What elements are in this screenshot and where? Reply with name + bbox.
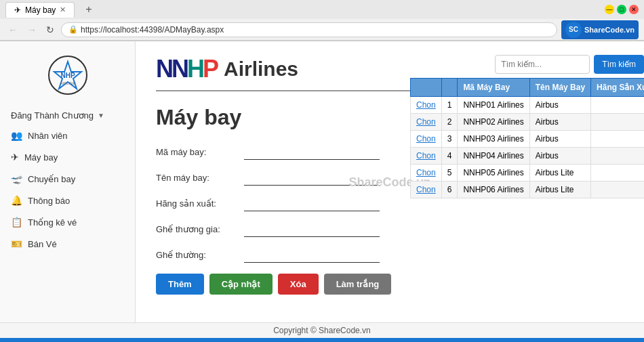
col-ma: Mã Máy Bay [458, 79, 529, 97]
maximize-button[interactable]: □ [617, 5, 626, 14]
ma-may-bay-input[interactable] [244, 144, 380, 160]
row-ma: NNHP02 Airlines [458, 114, 529, 131]
new-tab-button[interactable]: + [80, 1, 97, 18]
col-id [441, 79, 458, 97]
planes-table: Mã Máy Bay Tên Máy Bay Hãng Sản Xuất Ghế… [410, 78, 644, 198]
row-ten: Airbus [529, 114, 590, 131]
svg-text:NHP: NHP [60, 72, 75, 79]
ghe-thuong-row: Ghế thường: [156, 247, 624, 263]
svg-text:AIRLINE: AIRLINE [60, 81, 75, 85]
copyright-bar: Copyright © ShareCode.vn [0, 322, 644, 338]
tab-title: Máy bay [25, 5, 56, 15]
url-box[interactable]: 🔒 https://localhost:44398/ADMayBay.aspx [61, 22, 557, 37]
main-layout: NHP AIRLINE Đăng Thành Chương ▼ 👥 Nhân v… [0, 41, 644, 322]
chon-link[interactable]: Chon [416, 117, 436, 127]
sidebar-item-ban-ve[interactable]: 🎫 Bán Vé [0, 233, 135, 255]
copyright-text: Copyright © ShareCode.vn [273, 326, 371, 335]
browser-tab[interactable]: ✈ Máy bay ✕ [5, 2, 75, 18]
sidebar-label-nhan-vien: Nhân viên [28, 131, 68, 141]
row-hang [591, 165, 644, 181]
plane-icon: ✈ [11, 152, 19, 163]
table-row: Chon 6 NNHP06 Airlines Airbus Lite 50 [411, 181, 645, 198]
row-ma: NNHP04 Airlines [458, 148, 529, 165]
them-button[interactable]: Thêm [156, 274, 204, 295]
user-label: Đăng Thành Chương [11, 110, 94, 121]
ten-may-bay-input[interactable] [244, 169, 380, 186]
table-row: Chon 3 NNHP03 Airlines Airbus 60 [411, 131, 645, 148]
sidebar-logo: NHP AIRLINE [0, 48, 135, 106]
col-chon [411, 79, 442, 97]
browser-icons: SC ShareCode.vn [561, 20, 639, 39]
search-row: Tìm kiếm [410, 55, 644, 74]
title-bar: ✈ Máy bay ✕ + — □ ✕ [0, 0, 644, 19]
chon-link[interactable]: Chon [416, 185, 436, 194]
action-buttons: Thêm Cập nhật Xóa Làm trắng [156, 274, 624, 295]
row-id: 2 [441, 114, 458, 131]
chon-link[interactable]: Chon [416, 100, 436, 110]
row-ten: Airbus [529, 148, 590, 165]
ten-may-bay-label: Tên máy bay: [156, 173, 244, 183]
search-input[interactable] [495, 55, 590, 74]
ma-may-bay-label: Mã máy bay: [156, 147, 244, 157]
hang-san-xuat-label: Hãng sản xuất: [156, 198, 244, 209]
report-icon: 📋 [11, 217, 22, 228]
table-row: Chon 5 NNHP05 Airlines Airbus Lite 47 [411, 165, 645, 181]
sidebar-item-nhan-vien[interactable]: 👥 Nhân viên [0, 125, 135, 146]
sidebar-label-ban-ve: Bán Vé [28, 239, 57, 249]
chon-link[interactable]: Chon [416, 134, 436, 144]
address-bar: ← → ↻ 🔒 https://localhost:44398/ADMayBay… [0, 19, 644, 41]
sidebar-label-thong-bao: Thông báo [28, 196, 70, 206]
chon-link-cell[interactable]: Chon [411, 165, 442, 181]
row-ma: NNHP05 Airlines [458, 165, 529, 181]
row-hang [591, 97, 644, 114]
sidebar-item-may-bay[interactable]: ✈ Máy bay [0, 146, 135, 168]
xoa-button[interactable]: Xóa [278, 274, 319, 295]
hang-san-xuat-input[interactable] [244, 195, 380, 211]
table-scroll: Mã Máy Bay Tên Máy Bay Hãng Sản Xuất Ghế… [410, 78, 644, 198]
reload-button[interactable]: ↻ [43, 23, 57, 37]
row-id: 3 [441, 131, 458, 148]
lam-trang-button[interactable]: Làm trắng [324, 274, 392, 295]
ghe-thuong-gia-input[interactable] [244, 221, 380, 237]
table-row: Chon 1 NNHP01 Airlines Airbus 20 [411, 97, 645, 114]
sidebar-label-thong-ke-ve: Thống kê vé [28, 217, 77, 228]
row-ma: NNHP03 Airlines [458, 131, 529, 148]
chon-link[interactable]: Chon [416, 151, 436, 161]
close-button[interactable]: ✕ [629, 5, 639, 14]
tab-favicon: ✈ [14, 5, 21, 15]
table-header-row: Mã Máy Bay Tên Máy Bay Hãng Sản Xuất Ghế… [411, 79, 645, 97]
row-hang [591, 181, 644, 198]
minimize-button[interactable]: — [605, 5, 614, 14]
chon-link-cell[interactable]: Chon [411, 114, 442, 131]
row-id: 1 [441, 97, 458, 114]
cap-nhat-button[interactable]: Cập nhật [209, 274, 273, 295]
ghe-thuong-input[interactable] [244, 247, 380, 263]
user-dropdown[interactable]: Đăng Thành Chương ▼ [0, 106, 135, 125]
chon-link-cell[interactable]: Chon [411, 131, 442, 148]
row-id: 5 [441, 165, 458, 181]
back-button[interactable]: ← [5, 23, 20, 37]
ghe-thuong-gia-label: Ghế thương gia: [156, 224, 244, 234]
sidebar-label-chuyen-bay: Chuyến bay [28, 174, 75, 184]
flight-icon: 🛫 [11, 173, 22, 184]
chon-link-cell[interactable]: Chon [411, 97, 442, 114]
tab-close-button[interactable]: ✕ [60, 5, 66, 14]
sidebar-item-chuyen-bay[interactable]: 🛫 Chuyến bay [0, 168, 135, 190]
sharecode-logo-text: ShareCode.vn [584, 26, 635, 34]
sidebar-item-thong-bao[interactable]: 🔔 Thông báo [0, 190, 135, 211]
sidebar-item-thong-ke-ve[interactable]: 📋 Thống kê vé [0, 211, 135, 233]
sidebar-label-may-bay: Máy bay [24, 152, 58, 163]
sidebar: NHP AIRLINE Đăng Thành Chương ▼ 👥 Nhân v… [0, 41, 136, 322]
search-button[interactable]: Tìm kiếm [594, 55, 644, 74]
footer: CÔNG TY TNHH ĐẶT VÉ MÁY BAY [0, 338, 644, 342]
dropdown-arrow-icon: ▼ [98, 112, 104, 119]
forward-button[interactable]: → [24, 23, 39, 37]
chon-link-cell[interactable]: Chon [411, 181, 442, 198]
row-ten: Airbus Lite [529, 165, 590, 181]
chon-link[interactable]: Chon [416, 168, 436, 177]
row-ten: Airbus Lite [529, 181, 590, 198]
ticket-icon: 🎫 [11, 238, 22, 249]
airlines-logo: NNHP [156, 55, 217, 83]
chon-link-cell[interactable]: Chon [411, 148, 442, 165]
row-ten: Airbus [529, 97, 590, 114]
